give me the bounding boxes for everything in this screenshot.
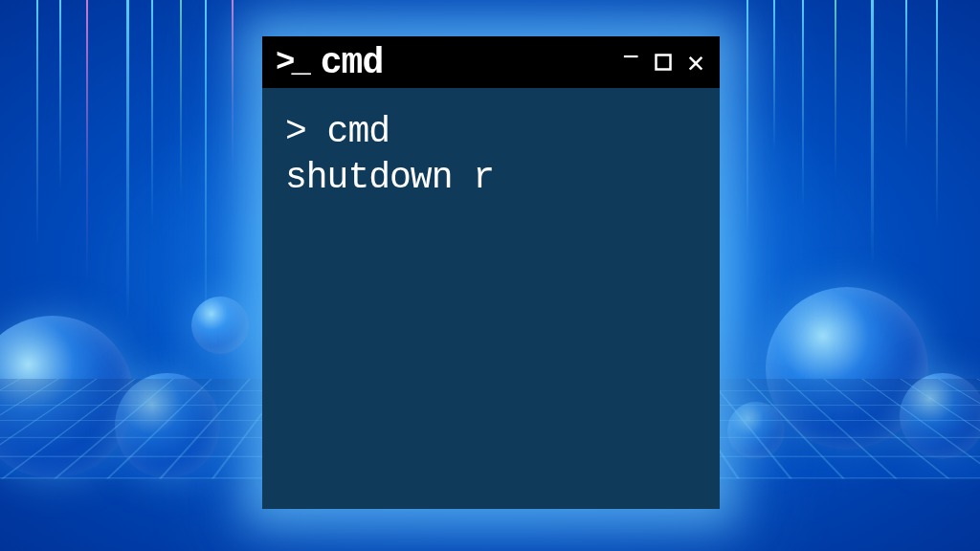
window-controls: − ✕ bbox=[616, 48, 710, 77]
terminal-line: > cmd bbox=[285, 109, 697, 155]
window-title: cmd bbox=[321, 42, 607, 83]
maximize-icon bbox=[655, 54, 672, 71]
terminal-window: >_ cmd − ✕ > cmd shutdown r bbox=[262, 36, 720, 509]
prompt-icon: >_ bbox=[276, 44, 307, 80]
titlebar[interactable]: >_ cmd − ✕ bbox=[262, 36, 720, 88]
terminal-body[interactable]: > cmd shutdown r bbox=[262, 88, 720, 509]
close-button[interactable]: ✕ bbox=[681, 48, 710, 77]
terminal-line: shutdown r bbox=[285, 155, 697, 201]
svg-rect-0 bbox=[657, 55, 671, 70]
maximize-button[interactable] bbox=[649, 48, 678, 77]
minimize-button[interactable]: − bbox=[616, 44, 645, 73]
